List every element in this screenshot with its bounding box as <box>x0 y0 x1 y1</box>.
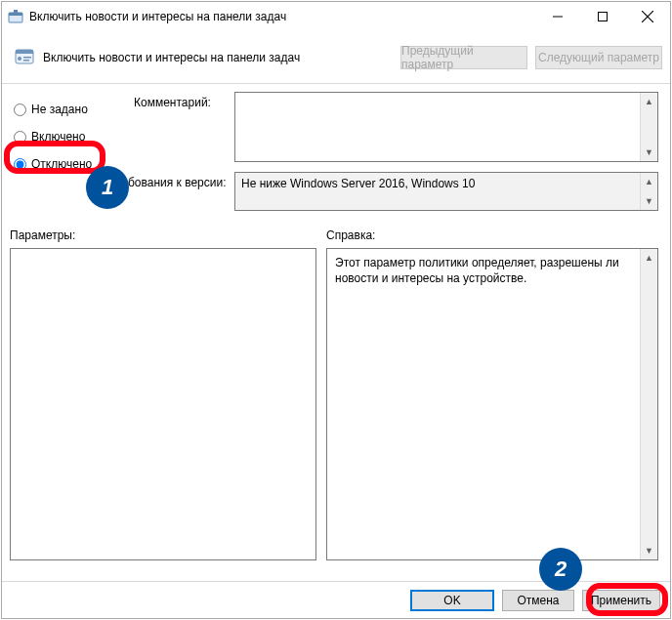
svg-rect-8 <box>16 50 33 54</box>
svg-rect-1 <box>9 13 22 16</box>
apply-button[interactable]: Применить <box>582 590 660 611</box>
comment-text <box>235 93 640 161</box>
svg-rect-2 <box>14 10 18 13</box>
svg-point-9 <box>18 57 21 61</box>
close-button[interactable] <box>625 2 670 31</box>
svg-rect-4 <box>599 13 608 21</box>
radio-enabled-input[interactable] <box>14 131 26 144</box>
radio-not-configured-input[interactable] <box>14 103 26 116</box>
titlebar: Включить новости и интересы на панели за… <box>2 2 670 31</box>
policy-app-icon <box>8 9 23 24</box>
help-pane: Этот параметр политики определяет, разре… <box>326 248 658 560</box>
comment-label: Комментарий: <box>134 96 211 109</box>
minimize-button[interactable] <box>535 2 580 31</box>
window-title: Включить новости и интересы на панели за… <box>29 10 535 23</box>
scroll-up-icon[interactable]: ▲ <box>641 93 657 110</box>
cancel-button[interactable]: Отмена <box>502 590 574 611</box>
comment-scrollbar[interactable]: ▲ ▼ <box>640 93 657 161</box>
radio-disabled[interactable]: Отключено <box>14 150 121 178</box>
comment-field[interactable]: ▲ ▼ <box>234 92 658 162</box>
scroll-up-icon[interactable]: ▲ <box>641 249 657 267</box>
supported-label: бования к версии: <box>128 176 227 189</box>
main-area: Не задано Включено Отключено 1 Комментар… <box>2 84 670 581</box>
maximize-button[interactable] <box>580 2 625 31</box>
scroll-down-icon[interactable]: ▼ <box>641 144 657 161</box>
svg-rect-11 <box>23 60 29 62</box>
dialog-footer: OK Отмена Применить <box>2 581 670 618</box>
gpo-editor-window: Включить новости и интересы на панели за… <box>1 1 671 619</box>
help-scrollbar[interactable]: ▲ ▼ <box>640 249 657 559</box>
radio-enabled-label: Включено <box>31 130 85 144</box>
scroll-down-icon[interactable]: ▼ <box>641 542 657 559</box>
scroll-up-icon[interactable]: ▲ <box>641 173 657 190</box>
policy-title: Включить новости и интересы на панели за… <box>43 51 393 64</box>
window-controls <box>535 2 670 31</box>
prev-setting-button[interactable]: Предыдущий параметр <box>400 46 527 69</box>
radio-disabled-label: Отключено <box>31 157 92 171</box>
options-label: Параметры: <box>10 228 75 242</box>
ok-button[interactable]: OK <box>410 590 494 611</box>
policy-icon <box>14 47 35 68</box>
state-radios: Не задано Включено Отключено <box>14 96 121 178</box>
options-pane[interactable] <box>10 248 316 560</box>
supported-scrollbar[interactable]: ▲ ▼ <box>640 173 657 210</box>
radio-disabled-input[interactable] <box>14 158 26 171</box>
policy-header: Включить новости и интересы на панели за… <box>2 31 670 84</box>
help-text: Этот параметр политики определяет, разре… <box>327 249 640 559</box>
svg-rect-10 <box>23 57 31 59</box>
radio-enabled[interactable]: Включено <box>14 123 121 150</box>
help-label: Справка: <box>326 228 375 242</box>
scroll-down-icon[interactable]: ▼ <box>641 192 657 210</box>
supported-field: Не ниже Windows Server 2016, Windows 10 … <box>234 172 658 211</box>
next-setting-button[interactable]: Следующий параметр <box>535 46 662 69</box>
radio-not-configured[interactable]: Не задано <box>14 96 121 123</box>
radio-not-configured-label: Не задано <box>31 103 88 116</box>
supported-text: Не ниже Windows Server 2016, Windows 10 <box>235 173 640 210</box>
